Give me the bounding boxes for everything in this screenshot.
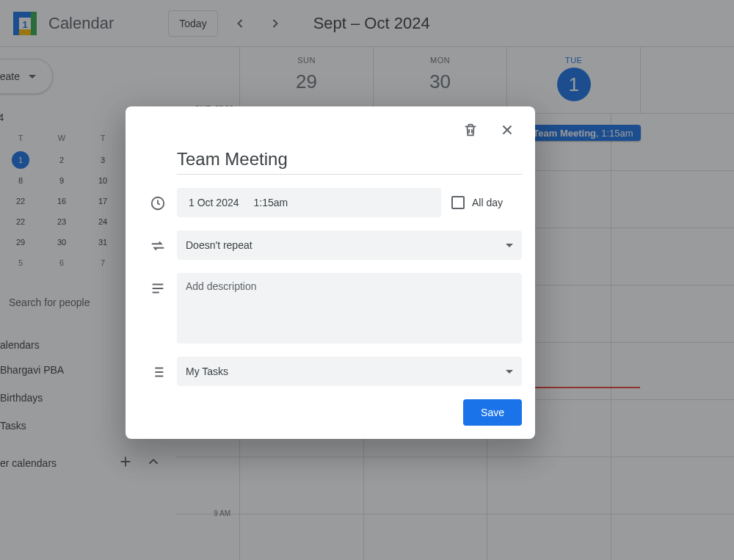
list-icon	[150, 364, 166, 380]
repeat-icon	[150, 238, 166, 254]
delete-button[interactable]	[456, 115, 485, 145]
description-input[interactable]: Add description	[177, 273, 522, 343]
dropdown-caret-icon	[506, 244, 513, 247]
save-button[interactable]: Save	[463, 399, 522, 426]
repeat-select[interactable]: Doesn't repeat	[177, 230, 522, 260]
date-picker[interactable]: 1 Oct 2024	[184, 197, 244, 208]
modal-overlay: 1 Oct 2024 1:15am All day Doesn't repeat	[0, 0, 734, 560]
all-day-checkbox[interactable]: All day	[451, 196, 503, 209]
dropdown-caret-icon	[506, 370, 513, 374]
description-icon	[150, 280, 166, 297]
task-list-select[interactable]: My Tasks	[177, 357, 522, 386]
close-button[interactable]	[493, 115, 522, 145]
close-icon	[499, 122, 515, 138]
trash-icon	[462, 122, 479, 138]
checkbox-box	[451, 196, 465, 209]
task-title-input[interactable]	[177, 146, 522, 175]
clock-icon	[150, 195, 166, 211]
task-editor-dialog: 1 Oct 2024 1:15am All day Doesn't repeat	[126, 106, 535, 439]
time-picker[interactable]: 1:15am	[250, 197, 293, 208]
